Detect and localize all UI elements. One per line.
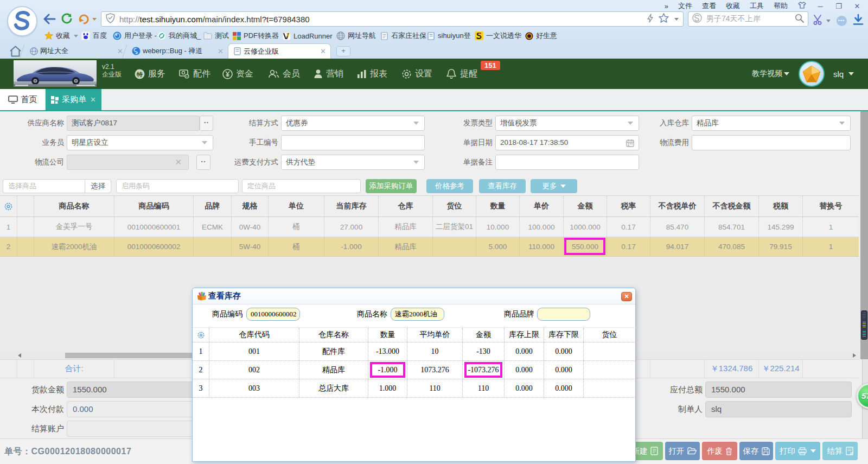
col-header[interactable]: 当前库存 [324,196,378,217]
locate-product-input[interactable]: 定位商品 [242,179,361,193]
modal-col-header[interactable]: 仓库代码 [209,328,299,342]
floating-speed-ball[interactable]: 57 [857,383,868,409]
stock-row-1[interactable]: 1 001 配件库 -13.000 10 -130 0.000 0.000 [193,342,636,361]
favorite-star-icon[interactable] [659,13,669,25]
bookmark-haoshengyi[interactable]: 好生意 [525,29,557,43]
modal-col-header[interactable]: 货位 [583,328,635,342]
modal-col-header[interactable]: 平均单价 [407,328,462,342]
vertical-scrollbar-thumb[interactable] [861,310,867,340]
dialog-titlebar[interactable]: 查看库存 ✕ [193,288,635,304]
app-tab-purchase-order[interactable]: 采购单 ✕ [46,89,101,110]
skin-icon[interactable] [797,2,806,10]
col-header[interactable]: 不含税金额 [704,196,758,217]
maximize-icon[interactable]: ❐ [834,2,843,10]
view-stock-button[interactable]: 查看库存 [479,179,526,193]
new-tab-button[interactable]: + [336,46,350,56]
refresh-icon[interactable] [60,12,74,26]
menu-tools[interactable]: 工具 [750,1,764,11]
star-dropdown-icon[interactable] [674,18,679,21]
col-header[interactable]: 单位 [268,196,324,217]
col-header[interactable]: 货位 [432,196,476,217]
col-header[interactable]: 规格 [231,196,268,217]
close-window-icon[interactable]: ✕ [853,2,861,10]
modal-product-code-input[interactable]: 0010000600002 [246,308,300,321]
col-header[interactable]: 单价 [519,196,563,217]
scissors-dropdown-icon[interactable] [825,14,832,28]
col-header[interactable]: 仓库 [378,196,432,217]
bookmark-pdf-converter[interactable]: PDF转换器 [232,29,279,43]
dialog-close-button[interactable]: ✕ [621,292,632,301]
add-purchase-order-button[interactable]: 添加采购订单 [366,179,417,193]
bookmark-site-nav[interactable]: 网址导航 [336,29,376,43]
menu-favorites[interactable]: 收藏 [726,1,740,11]
print-button[interactable]: 打印 [775,442,820,460]
vertical-scrollbar[interactable] [860,111,868,359]
search-placeholder[interactable]: 男子74天不上岸 [706,14,795,24]
bookmark-user-login[interactable]: 用户登录 - [113,29,157,43]
app-tab-home[interactable]: 首页 [0,89,46,110]
address-bar[interactable]: http://test.sihuiyun.com/main/index.html… [101,11,684,27]
save-button[interactable]: 保存 [739,442,773,460]
user-menu[interactable]: slq [833,59,854,89]
download-icon[interactable] [852,12,865,27]
col-header[interactable]: 商品编码 [114,196,193,217]
modal-col-header[interactable]: 金额 [462,328,504,342]
bookmark-baidu[interactable]: 百度 [81,29,107,43]
nav-funds[interactable]: 资金 [222,59,253,89]
col-header[interactable]: 商品名称 [34,196,114,217]
bookmark-sihuiyun[interactable]: sihuiyun登 [426,29,471,43]
browser-tab-2[interactable]: weberp::Bug - 禅道 ✕ [127,43,228,59]
modal-col-header[interactable]: 库存下限 [544,328,583,342]
nav-service[interactable]: 特 服务 [135,59,165,89]
barcode-input[interactable]: 启用条码 [116,179,239,193]
close-app-tab-icon[interactable]: ✕ [90,96,96,104]
modal-product-name-input[interactable]: 速霸2000机油 [391,308,444,321]
col-header[interactable]: 替换号 [802,196,859,217]
nav-reports[interactable]: 报表 [357,59,387,89]
open-button[interactable]: 打开 [665,442,700,460]
col-header[interactable]: 数量 [476,196,519,217]
menu-help[interactable]: 帮助 [774,1,788,11]
bookmark-favorites[interactable]: 收藏 [44,29,78,43]
lightning-icon[interactable] [647,14,653,25]
bookmark-loadrunner[interactable]: LoadRunner [282,29,333,43]
more-tools-icon[interactable]: ••• [835,14,847,28]
table-row-1[interactable]: 1 金美孚一号 0010000600001 ECMK 0W-40 桶 27.00… [0,217,859,237]
modal-col-header[interactable]: 数量 [368,328,407,342]
select-product-input[interactable]: 选择商品 [3,180,85,193]
stock-row-3[interactable]: 3 003 总店大库 1.000 110 110 0.000 0.000 [193,379,636,398]
close-tab-icon[interactable]: ✕ [218,47,224,55]
bookmark-yiwen[interactable]: 一文说透华 [475,29,521,43]
modal-col-header[interactable]: 仓库名称 [299,328,368,342]
undo-dropdown-icon[interactable] [91,12,98,26]
modal-product-brand-input[interactable] [537,308,590,321]
table-row-2-selected[interactable]: 2 速霸2000机油 0010000600002 5W-40 桶 -1.000 … [0,237,859,257]
doc-maker-input[interactable]: slq [705,401,852,417]
in-warehouse-select[interactable]: 精品库 [692,116,851,131]
col-header[interactable]: 税额 [758,196,802,217]
bookmark-shebao[interactable]: 石家庄社保 [380,29,426,43]
undo-icon[interactable] [77,12,91,26]
nav-reminder[interactable]: 提醒 [446,59,477,89]
browser-tab-3-active[interactable]: 云修企业版 ✕ [228,43,331,59]
table-settings-gear-icon[interactable] [0,196,17,217]
scroll-right-icon[interactable] [853,353,856,358]
void-button[interactable]: 作废 [702,442,737,460]
print-dropdown-icon[interactable] [810,449,816,453]
logistics-fee-input[interactable] [692,135,851,150]
doc-remark-input[interactable] [495,155,639,170]
col-header[interactable]: 税率 [607,196,650,217]
col-header[interactable]: 金额 [563,196,607,217]
modal-gear-icon[interactable] [193,328,209,342]
minimize-icon[interactable]: ─ [816,2,825,10]
payable-total-input[interactable]: 1550.000 [705,382,852,398]
close-tab-icon[interactable]: ✕ [320,47,326,55]
menu-file[interactable]: 文件 [678,1,692,11]
scissors-icon[interactable] [813,12,825,27]
menu-overflow-icon[interactable]: » [665,2,668,10]
bookmark-test[interactable]: 测试 [203,29,229,43]
bookmark-my-mall[interactable]: 我的商城_ [157,29,201,43]
settle-button[interactable]: 结算 [822,442,858,460]
nav-parts[interactable]: 配件 [179,59,210,89]
select-product-button[interactable]: 选择 [85,180,111,193]
